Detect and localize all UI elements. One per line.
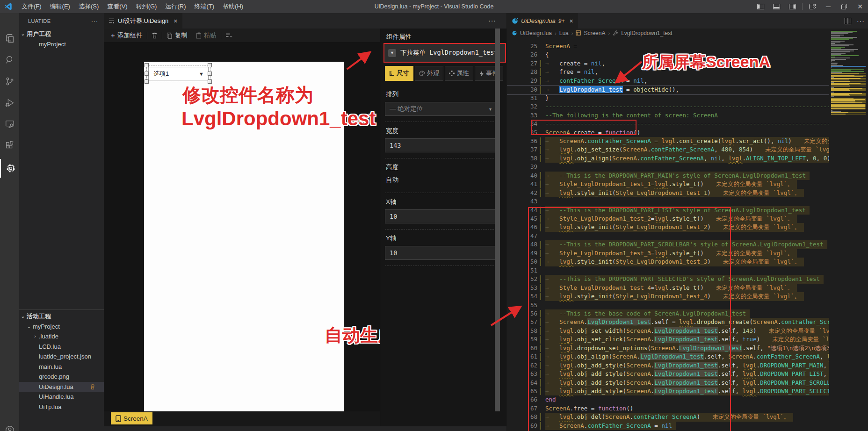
code-line-37[interactable]: 37→ lvgl.obj_set_size(ScreenA.contFather… bbox=[507, 145, 829, 154]
menu-h[interactable]: 帮助(H) bbox=[218, 0, 247, 13]
code-line-49[interactable]: 49→ Style_LvglDropdown1_test_3=lvgl.styl… bbox=[507, 249, 829, 258]
code-line-41[interactable]: 41→ Style_LvglDropdown1_test_1=lvgl.styl… bbox=[507, 180, 829, 188]
code-line-35[interactable]: 35ScreenA.create = function() bbox=[507, 129, 829, 137]
code-line-59[interactable]: 59→ lvgl.obj_set_click(ScreenA.LvglDropd… bbox=[507, 335, 829, 344]
tree-item-myproject[interactable]: myProject bbox=[19, 39, 104, 50]
tab-size[interactable]: 尺寸 bbox=[385, 66, 413, 81]
explorer-icon[interactable] bbox=[0, 29, 19, 48]
close-designer-tab-icon[interactable]: × bbox=[174, 17, 177, 25]
tab-attributes[interactable]: 属性 bbox=[445, 66, 473, 81]
code-line-32[interactable]: 32--------------------------------------… bbox=[507, 102, 829, 111]
breadcrumb-screena[interactable]: ScreenA bbox=[584, 30, 605, 36]
layout-sidebar-icon[interactable] bbox=[752, 0, 768, 13]
selection-handle[interactable] bbox=[208, 63, 212, 67]
tree-item-main.lua[interactable]: main.lua bbox=[19, 362, 104, 372]
tab-appearance[interactable]: 外观 bbox=[415, 66, 443, 81]
add-component-button[interactable]: +添加组件 bbox=[107, 31, 147, 40]
code-line-54[interactable]: 54→ lvgl.style_init(Style_LvglDropdown1_… bbox=[507, 292, 829, 301]
minimap[interactable] bbox=[831, 31, 867, 124]
code-line-45[interactable]: 45→ Style_LvglDropdown1_test_2=lvgl.styl… bbox=[507, 215, 829, 223]
code-line-63[interactable]: 63→ lvgl.obj_add_style(ScreenA.LvglDropd… bbox=[507, 370, 829, 378]
code-line-55[interactable]: 55 bbox=[507, 301, 829, 309]
paste-button[interactable]: 粘贴 bbox=[192, 31, 221, 40]
close-window-button[interactable]: ✕ bbox=[852, 0, 868, 13]
code-line-40[interactable]: 40→ --This is the DROPDOWN_PART_MAIN's s… bbox=[507, 172, 829, 180]
code-line-30[interactable]: 30→ LvglDropdown1_test = objectHide(), bbox=[507, 85, 829, 94]
code-line-66[interactable]: 66end bbox=[507, 395, 829, 404]
code-line-69[interactable]: 69→ ScreenA.contFather_ScreenA = nil bbox=[507, 422, 829, 430]
menu-s[interactable]: 选择(S) bbox=[74, 0, 103, 13]
tree-item-qrcode.png[interactable]: qrcode.png bbox=[19, 372, 104, 382]
tab-ui-designer[interactable]: UI设计器:UiDesign × bbox=[104, 13, 182, 29]
delete-button[interactable] bbox=[147, 32, 162, 39]
field-X轴[interactable]: 10 bbox=[385, 209, 496, 223]
source-control-icon[interactable] bbox=[0, 72, 19, 91]
extensions-icon[interactable] bbox=[0, 136, 19, 155]
code-line-51[interactable]: 51 bbox=[507, 266, 829, 275]
layout-panel-icon[interactable] bbox=[768, 0, 784, 13]
code-line-61[interactable]: 61→ lvgl.obj_align(ScreenA.LvglDropdown1… bbox=[507, 352, 829, 361]
code-line-56[interactable]: 56→ --This is the base code of ScreenA.L… bbox=[507, 309, 829, 318]
field-宽度[interactable]: 143 bbox=[385, 138, 496, 152]
code-line-44[interactable]: 44→ --This is the DROPDOWN_PART_LIST's s… bbox=[507, 206, 829, 215]
dropdown-widget[interactable]: 选项1 ▼ bbox=[148, 67, 209, 80]
code-line-46[interactable]: 46→ lvgl.style_init(Style_LvglDropdown1_… bbox=[507, 223, 829, 231]
tree-item-myproject[interactable]: ⌄myProject bbox=[19, 322, 104, 332]
close-editor-tab-icon[interactable]: × bbox=[569, 17, 573, 25]
search-icon[interactable] bbox=[0, 50, 19, 69]
copy-button[interactable]: 复制 bbox=[162, 31, 192, 40]
code-line-58[interactable]: 58→ lvgl.obj_set_width(ScreenA.LvglDropd… bbox=[507, 327, 829, 335]
code-line-47[interactable]: 47 bbox=[507, 232, 829, 240]
code-line-57[interactable]: 57→ ScreenA.LvglDropdown1_test.self = lv… bbox=[507, 318, 829, 326]
code-line-39[interactable]: 39 bbox=[507, 163, 829, 171]
code-line-34[interactable]: 34--------------------------------------… bbox=[507, 120, 829, 128]
code-line-65[interactable]: 65→ lvgl.obj_add_style(ScreenA.LvglDropd… bbox=[507, 387, 829, 395]
account-icon[interactable] bbox=[0, 421, 19, 431]
code-lines[interactable]: 25ScreenA =26{27→ create = nil,28→ free … bbox=[507, 37, 829, 431]
menu-v[interactable]: 查看(V) bbox=[103, 0, 131, 13]
run-debug-icon[interactable] bbox=[0, 93, 19, 112]
minimize-button[interactable]: ─ bbox=[820, 0, 836, 13]
code-line-64[interactable]: 64→ lvgl.obj_add_style(ScreenA.LvglDropd… bbox=[507, 379, 829, 387]
code-line-29[interactable]: 29→ contFather_ScreenA = nil, bbox=[507, 77, 829, 85]
component-name-field[interactable]: ▼ 下拉菜单 LvglDropdown1_test bbox=[383, 43, 506, 63]
code-line-68[interactable]: 68→ lvgl.obj_del(ScreenA.contFather_Scre… bbox=[507, 413, 829, 421]
delete-file-icon[interactable] bbox=[90, 383, 95, 391]
tree-item-uihandle.lua[interactable]: UiHandle.lua bbox=[19, 392, 104, 402]
code-line-62[interactable]: 62→ lvgl.obj_add_style(ScreenA.LvglDropd… bbox=[507, 361, 829, 370]
code-line-31[interactable]: 31} bbox=[507, 94, 829, 102]
code-line-50[interactable]: 50→ lvgl.style_init(Style_LvglDropdown1_… bbox=[507, 258, 829, 266]
tree-item-lcd.lua[interactable]: LCD.lua bbox=[19, 342, 104, 352]
section-active-project[interactable]: ⌄活动工程 bbox=[19, 311, 104, 322]
code-line-52[interactable]: 52→ --This is the DROPDOWN_PART_SELECTED… bbox=[507, 275, 829, 283]
selection-handle[interactable] bbox=[145, 63, 149, 67]
luatide-chip-icon[interactable] bbox=[0, 159, 20, 178]
selection-handle[interactable] bbox=[145, 79, 149, 84]
component-list-dropdown-icon[interactable] bbox=[221, 32, 237, 38]
menu-e[interactable]: 编辑(E) bbox=[46, 0, 74, 13]
sidebar-more-icon[interactable]: ··· bbox=[91, 18, 98, 24]
tree-item-.luatide[interactable]: ›.luatide bbox=[19, 331, 104, 342]
designer-more-actions-icon[interactable]: ··· bbox=[488, 17, 496, 24]
section-user-project[interactable]: ⌄用户工程 bbox=[19, 29, 104, 39]
split-editor-icon[interactable] bbox=[845, 18, 851, 24]
code-line-33[interactable]: 33--The following is the content of scre… bbox=[507, 111, 829, 120]
tree-item-uitp.lua[interactable]: UiTp.lua bbox=[19, 402, 104, 412]
remote-explorer-icon[interactable] bbox=[0, 115, 19, 134]
menu-g[interactable]: 转到(G) bbox=[132, 0, 161, 13]
code-line-53[interactable]: 53→ Style_LvglDropdown1_test_4=lvgl.styl… bbox=[507, 284, 829, 292]
screen-tab-screena[interactable]: ScreenA bbox=[111, 412, 152, 424]
customize-layout-icon[interactable] bbox=[804, 0, 820, 13]
tree-item-uidesign.lua[interactable]: UiDesign.lua bbox=[19, 382, 104, 392]
layout-secondary-sidebar-icon[interactable] bbox=[784, 0, 800, 13]
code-line-38[interactable]: 38→ lvgl.obj_align(ScreenA.contFather_Sc… bbox=[507, 154, 829, 163]
tree-item-luatide_project.json[interactable]: luatide_project.json bbox=[19, 352, 104, 362]
tab-uidesign-lua[interactable]: UiDesign.lua 9+ × bbox=[507, 13, 578, 29]
field-排列[interactable]: — 绝对定位▾ bbox=[385, 102, 496, 116]
code-line-43[interactable]: 43 bbox=[507, 197, 829, 206]
menu-f[interactable]: 文件(F) bbox=[17, 0, 46, 13]
code-line-48[interactable]: 48→ --This is the DROPDOWN_PART_SCROLLBA… bbox=[507, 240, 829, 249]
breadcrumb-file[interactable]: UiDesign.lua bbox=[520, 30, 552, 36]
menu-r[interactable]: 运行(R) bbox=[161, 0, 190, 13]
code-line-36[interactable]: 36→ ScreenA.contFather_ScreenA = lvgl.co… bbox=[507, 137, 829, 145]
